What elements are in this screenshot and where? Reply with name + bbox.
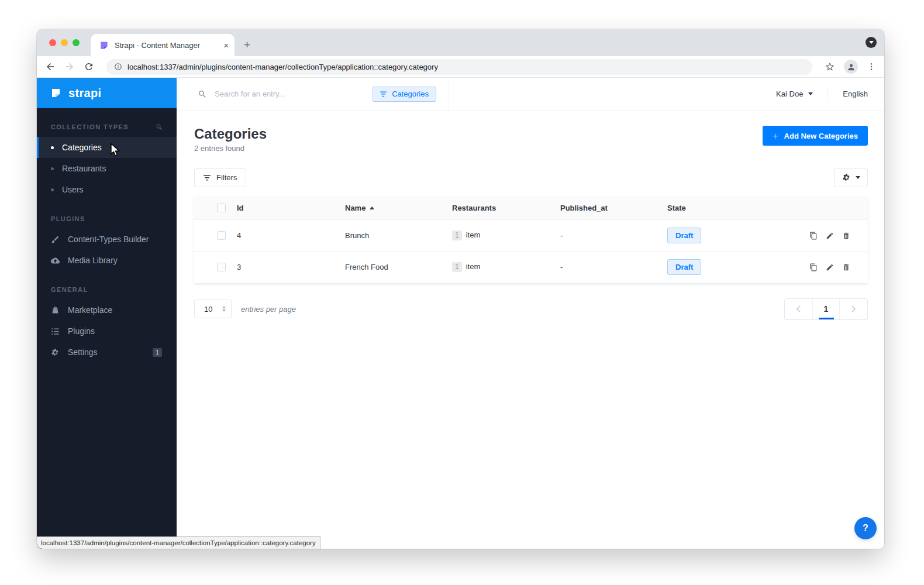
delete-trash-icon[interactable] bbox=[842, 263, 850, 271]
top-bar-right: Kai Doe English bbox=[449, 78, 884, 110]
column-header-restaurants[interactable]: Restaurants bbox=[452, 197, 560, 220]
bullet-icon bbox=[51, 146, 54, 149]
sidebar-item-categories[interactable]: Categories bbox=[37, 137, 177, 158]
table-row[interactable]: 4 Brunch 1item - Draft bbox=[194, 220, 868, 252]
strapi-favicon-icon bbox=[99, 40, 109, 50]
forward-button[interactable] bbox=[64, 61, 75, 72]
gear-icon bbox=[842, 173, 851, 182]
toolbar-row: Filters bbox=[194, 168, 868, 187]
sidebar-item-label: Settings bbox=[68, 347, 98, 357]
view-settings-button[interactable] bbox=[834, 168, 868, 187]
edit-pencil-icon[interactable] bbox=[826, 232, 834, 240]
table-row[interactable]: 3 French Food 1item - Draft bbox=[194, 252, 868, 283]
strapi-logo-text: strapi bbox=[68, 87, 101, 100]
cell-published-at: - bbox=[560, 220, 667, 252]
settings-notification-badge: 1 bbox=[153, 348, 162, 357]
column-header-id[interactable]: Id bbox=[237, 197, 345, 220]
edit-pencil-icon[interactable] bbox=[826, 263, 834, 271]
language-selector[interactable]: English bbox=[843, 90, 868, 98]
duplicate-icon[interactable] bbox=[809, 232, 818, 240]
sidebar-item-content-types-builder[interactable]: Content-Types Builder bbox=[37, 229, 177, 250]
help-button[interactable]: ? bbox=[854, 517, 877, 539]
cell-state: Draft bbox=[667, 220, 798, 252]
new-tab-button[interactable]: + bbox=[244, 39, 250, 50]
chevron-down-icon bbox=[869, 41, 874, 44]
cell-id: 4 bbox=[237, 220, 345, 252]
bullet-icon bbox=[51, 167, 54, 170]
previous-page-button[interactable] bbox=[785, 299, 812, 319]
collection-filter-chip[interactable]: Categories bbox=[373, 87, 436, 102]
cell-id: 3 bbox=[237, 252, 345, 283]
per-page-value: 10 bbox=[204, 305, 212, 314]
relation-count-badge: 1 bbox=[452, 230, 462, 240]
browser-tab[interactable]: Strapi - Content Manager × bbox=[91, 34, 235, 56]
sidebar-section-general: GENERAL Marketplace bbox=[37, 285, 177, 363]
content-area: Categories 2 entries found + Add New Cat… bbox=[177, 111, 884, 549]
site-info-icon[interactable] bbox=[114, 63, 122, 71]
select-all-checkbox[interactable] bbox=[217, 204, 226, 212]
strapi-logo[interactable]: strapi bbox=[37, 78, 177, 108]
cell-name: French Food bbox=[345, 252, 452, 283]
minimize-window-button[interactable] bbox=[61, 39, 68, 46]
add-new-categories-button[interactable]: + Add New Categories bbox=[763, 126, 868, 146]
brush-icon bbox=[51, 235, 60, 244]
filter-icon bbox=[380, 91, 387, 97]
filters-label: Filters bbox=[216, 173, 237, 182]
cell-restaurants: 1item bbox=[452, 220, 560, 252]
sidebar-item-restaurants[interactable]: Restaurants bbox=[37, 158, 177, 179]
reload-button[interactable] bbox=[84, 61, 94, 72]
back-button[interactable] bbox=[45, 61, 56, 72]
search-input[interactable] bbox=[215, 90, 365, 98]
close-window-button[interactable] bbox=[49, 39, 56, 46]
column-header-name[interactable]: Name bbox=[345, 197, 452, 220]
browser-downloads-button[interactable] bbox=[866, 37, 877, 48]
sidebar-item-label: Users bbox=[62, 185, 84, 194]
browser-tab-strip: Strapi - Content Manager × + bbox=[37, 29, 884, 56]
search-icon[interactable] bbox=[156, 123, 163, 131]
status-badge: Draft bbox=[667, 259, 701, 275]
person-icon bbox=[847, 63, 856, 71]
column-header-state[interactable]: State bbox=[667, 197, 798, 220]
sidebar-item-settings[interactable]: Settings 1 bbox=[37, 342, 177, 363]
browser-menu-kebab-icon[interactable] bbox=[867, 62, 876, 71]
table-header-row: Id Name Restaurants Published_at State bbox=[194, 197, 868, 220]
maximize-window-button[interactable] bbox=[73, 39, 80, 46]
duplicate-icon[interactable] bbox=[809, 263, 818, 271]
entries-table: Id Name Restaurants Published_at State bbox=[194, 197, 868, 283]
sidebar-item-media-library[interactable]: Media Library bbox=[37, 250, 177, 271]
row-checkbox[interactable] bbox=[217, 263, 226, 271]
row-checkbox[interactable] bbox=[217, 231, 226, 240]
entries-per-page-select[interactable]: 10 bbox=[194, 300, 232, 318]
tab-title: Strapi - Content Manager bbox=[115, 41, 218, 50]
cloud-upload-icon bbox=[51, 256, 60, 265]
address-bar[interactable]: localhost:1337/admin/plugins/content-man… bbox=[106, 59, 812, 75]
cell-published-at: - bbox=[560, 252, 667, 283]
shopping-bag-icon bbox=[51, 306, 60, 315]
desktop: Strapi - Content Manager × + bbox=[0, 0, 924, 585]
column-header-published-at[interactable]: Published_at bbox=[560, 197, 667, 220]
user-name: Kai Doe bbox=[776, 90, 803, 98]
page-title: Categories bbox=[194, 126, 267, 142]
current-page[interactable]: 1 bbox=[812, 299, 840, 319]
page-header: Categories 2 entries found + Add New Cat… bbox=[194, 126, 868, 153]
entries-count: 2 entries found bbox=[194, 144, 267, 153]
list-icon bbox=[51, 327, 60, 336]
section-label: PLUGINS bbox=[51, 215, 85, 222]
sidebar-item-users[interactable]: Users bbox=[37, 179, 177, 200]
search-icon bbox=[198, 90, 207, 99]
window-controls bbox=[49, 39, 80, 46]
browser-status-bar: localhost:1337/admin/plugins/content-man… bbox=[37, 536, 320, 549]
sidebar-item-marketplace[interactable]: Marketplace bbox=[37, 300, 177, 321]
sidebar-item-plugins[interactable]: Plugins bbox=[37, 321, 177, 342]
section-label: COLLECTION TYPES bbox=[51, 123, 129, 130]
browser-profile-avatar[interactable] bbox=[844, 60, 858, 74]
relation-count-badge: 1 bbox=[452, 262, 462, 272]
next-page-button[interactable] bbox=[840, 299, 867, 319]
user-menu[interactable]: Kai Doe bbox=[776, 90, 813, 98]
close-tab-icon[interactable]: × bbox=[223, 41, 229, 50]
delete-trash-icon[interactable] bbox=[842, 232, 850, 240]
chevron-left-icon bbox=[796, 305, 801, 313]
status-url: localhost:1337/admin/plugins/content-man… bbox=[41, 539, 316, 546]
bookmark-star-icon[interactable] bbox=[825, 61, 835, 72]
filters-button[interactable]: Filters bbox=[194, 168, 246, 187]
